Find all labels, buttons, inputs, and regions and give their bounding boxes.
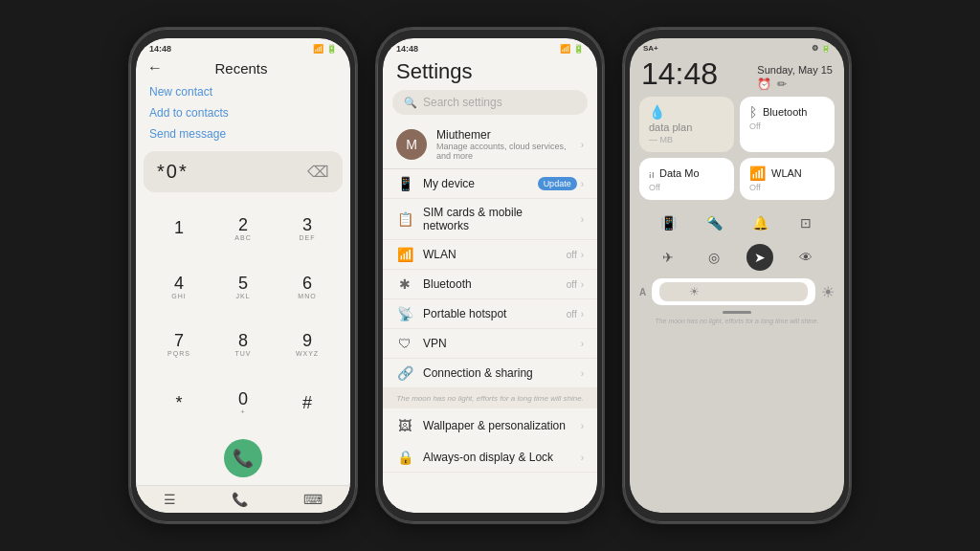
dial-key-2[interactable]: 2ABC — [212, 200, 275, 257]
send-message-link[interactable]: Send message — [149, 124, 337, 143]
vpn-icon: 🛡 — [396, 336, 413, 351]
location-icon[interactable]: ➤ — [746, 244, 773, 271]
data-plan-sub: — MB — [649, 135, 724, 144]
dial-key-hash[interactable]: # — [276, 374, 339, 431]
airplane-icon[interactable]: ✈ — [655, 244, 681, 271]
sim-label: SIM cards & mobile networks — [423, 206, 571, 232]
settings-item-vpn[interactable]: 🛡 VPN › — [383, 329, 597, 359]
control-footer: The moon has no light, efforts for a lon… — [630, 316, 844, 328]
dial-key-9[interactable]: 9WXYZ — [276, 317, 339, 374]
alarm-icon[interactable]: ⏰ — [757, 77, 771, 91]
settings-item-hotspot[interactable]: 📡 Portable hotspot off › — [383, 299, 597, 329]
control-time-row: 14:48 Sunday, May 15 ⏰ ✏ — [630, 55, 844, 91]
dial-key-1[interactable]: 1 — [147, 200, 211, 257]
search-placeholder: Search settings — [423, 96, 502, 109]
brightness-indicator: ☀ — [689, 285, 700, 298]
dial-key-6[interactable]: 6MNO — [276, 258, 339, 316]
aod-chevron: › — [581, 452, 584, 463]
edit-icon[interactable]: ✏ — [777, 77, 787, 91]
status-bar-3: SA+ ⚙ 🔋 — [630, 38, 844, 55]
status-bar-2: 14:48 📶 🔋 — [383, 38, 597, 55]
dialer-title: Recents — [170, 60, 312, 77]
vibrate-icon[interactable]: 📳 — [655, 209, 681, 236]
dial-key-star[interactable]: * — [147, 374, 211, 431]
status-icons-1: 📶 🔋 — [313, 44, 337, 54]
device-icon: 📱 — [396, 176, 413, 191]
tile-data-mobile[interactable]: ᵢₗ Data Mo Off — [639, 158, 734, 200]
dialer-actions: New contact Add to contacts Send message — [136, 78, 350, 147]
settings-title: Settings — [383, 55, 597, 90]
aod-icon: 🔒 — [396, 450, 413, 465]
control-date-col: Sunday, May 15 ⏰ ✏ — [757, 58, 833, 91]
tile-bluetooth[interactable]: ᛒ Bluetooth Off — [740, 97, 835, 152]
settings-item-sim[interactable]: 📋 SIM cards & mobile networks › — [383, 199, 597, 240]
bluetooth-chevron: › — [581, 279, 584, 290]
phone-settings: 14:48 📶 🔋 Settings 🔍 Search settings M — [375, 27, 605, 524]
tile-bluetooth-icon: ᛒ — [749, 104, 757, 120]
mydevice-chevron: › — [581, 179, 584, 189]
dial-key-7[interactable]: 7PQRS — [147, 317, 211, 374]
bell-icon[interactable]: 🔔 — [746, 209, 773, 236]
dial-key-4[interactable]: 4GHI — [147, 258, 211, 316]
dialer-number: *0* — [157, 161, 189, 183]
aod-label: Always-on display & Lock — [423, 451, 571, 464]
tile-wlan-icon: 📶 — [749, 165, 766, 181]
dialer-display: *0* ⌫ — [144, 151, 343, 192]
control-time: 14:48 — [641, 58, 718, 89]
brightness-slider[interactable]: ☀ — [652, 278, 815, 305]
settings-search[interactable]: 🔍 Search settings — [392, 90, 588, 115]
control-date: Sunday, May 15 — [757, 64, 833, 76]
wlan-icon: 📶 — [396, 247, 413, 262]
icon-row-2: ✈ ◎ ➤ 👁 — [630, 240, 844, 275]
brightness-sun-icon: ☀ — [821, 283, 835, 301]
status-time-2: 14:48 — [396, 44, 418, 54]
delete-button[interactable]: ⌫ — [307, 163, 329, 181]
settings-item-aod[interactable]: 🔒 Always-on display & Lock › — [383, 443, 597, 473]
connection-icon: 🔗 — [396, 365, 413, 381]
bottom-nav: ☰ 📞 ⌨ — [136, 485, 350, 513]
dial-key-3[interactable]: 3DEF — [276, 200, 339, 257]
status-time-3: SA+ — [643, 44, 658, 53]
settings-item-connection[interactable]: 🔗 Connection & sharing › — [383, 359, 597, 388]
data-plan-label: data plan — [649, 121, 724, 133]
hotspot-chevron: › — [581, 309, 584, 320]
call-button[interactable]: 📞 — [224, 439, 262, 477]
settings-item-bluetooth[interactable]: ✱ Bluetooth off › — [383, 270, 597, 299]
dial-key-5[interactable]: 5JKL — [212, 258, 275, 316]
new-contact-link[interactable]: New contact — [149, 82, 337, 101]
tile-bluetooth-label: Bluetooth — [763, 106, 807, 118]
settings-item-wlan[interactable]: 📶 WLAN off › — [383, 240, 597, 270]
sim-icon: 📋 — [396, 211, 413, 227]
dialpad: 1 2ABC 3DEF 4GHI 5JKL 6MNO 7PQRS 8TUV 9W… — [136, 196, 350, 435]
screen-cast-icon[interactable]: ⊡ — [792, 209, 819, 236]
settings-footer-quote: The moon has no light, efforts for a lon… — [383, 388, 597, 408]
wlan-chevron: › — [581, 250, 584, 260]
back-button[interactable]: ← — [147, 59, 163, 77]
profile-avatar: M — [396, 129, 427, 160]
tile-wlan[interactable]: 📶 WLAN Off — [740, 158, 835, 200]
settings-profile[interactable]: M Miuthemer Manage accounts, cloud servi… — [383, 121, 597, 169]
wallpaper-chevron: › — [581, 421, 584, 431]
settings-item-wallpaper[interactable]: 🖼 Wallpaper & personalization › — [383, 408, 597, 443]
profile-sub: Manage accounts, cloud services, and mor… — [436, 142, 571, 161]
wlan-label: WLAN — [423, 248, 557, 261]
phone-dialer: 14:48 📶 🔋 ← Recents New contact Add to c… — [128, 27, 358, 524]
sim-chevron: › — [581, 214, 584, 225]
nav-keypad-icon[interactable]: ⌨ — [303, 492, 323, 507]
nav-menu-icon[interactable]: ☰ — [164, 492, 176, 507]
focus-icon[interactable]: ◎ — [701, 244, 727, 271]
add-contact-link[interactable]: Add to contacts — [149, 103, 337, 122]
vpn-label: VPN — [423, 337, 571, 350]
settings-item-mydevice[interactable]: 📱 My device Update › — [383, 169, 597, 199]
eye-icon[interactable]: 👁 — [792, 244, 819, 271]
nav-call-icon[interactable]: 📞 — [232, 492, 248, 507]
dial-key-8[interactable]: 8TUV — [212, 317, 275, 374]
tile-data-plan[interactable]: 💧 data plan — MB — [639, 97, 734, 152]
profile-info: Miuthemer Manage accounts, cloud service… — [436, 128, 571, 161]
flashlight-icon[interactable]: 🔦 — [701, 209, 727, 236]
wallpaper-icon: 🖼 — [396, 418, 413, 433]
dial-key-0[interactable]: 0+ — [212, 374, 275, 431]
profile-name: Miuthemer — [436, 128, 571, 142]
status-icons-3: ⚙ 🔋 — [812, 44, 831, 53]
hotspot-icon: 📡 — [396, 306, 413, 321]
